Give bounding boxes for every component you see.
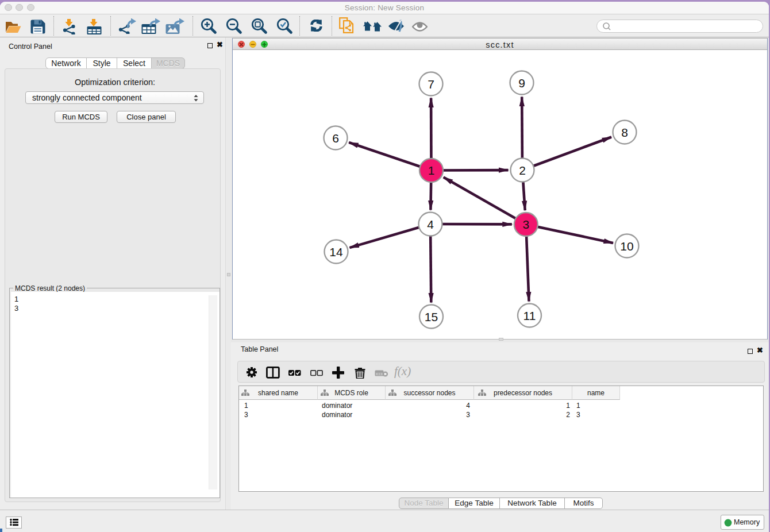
svg-text:15: 15 <box>425 310 438 323</box>
svg-text:3: 3 <box>522 218 529 231</box>
svg-text:2: 2 <box>519 164 526 177</box>
svg-text:14: 14 <box>329 245 343 259</box>
svg-text:1: 1 <box>428 164 435 177</box>
svg-text:7: 7 <box>428 78 434 91</box>
svg-text:4: 4 <box>427 218 434 231</box>
svg-text:11: 11 <box>523 309 536 322</box>
svg-text:9: 9 <box>518 76 525 90</box>
svg-text:8: 8 <box>621 126 628 139</box>
svg-text:6: 6 <box>332 132 339 145</box>
svg-text:10: 10 <box>620 240 633 253</box>
